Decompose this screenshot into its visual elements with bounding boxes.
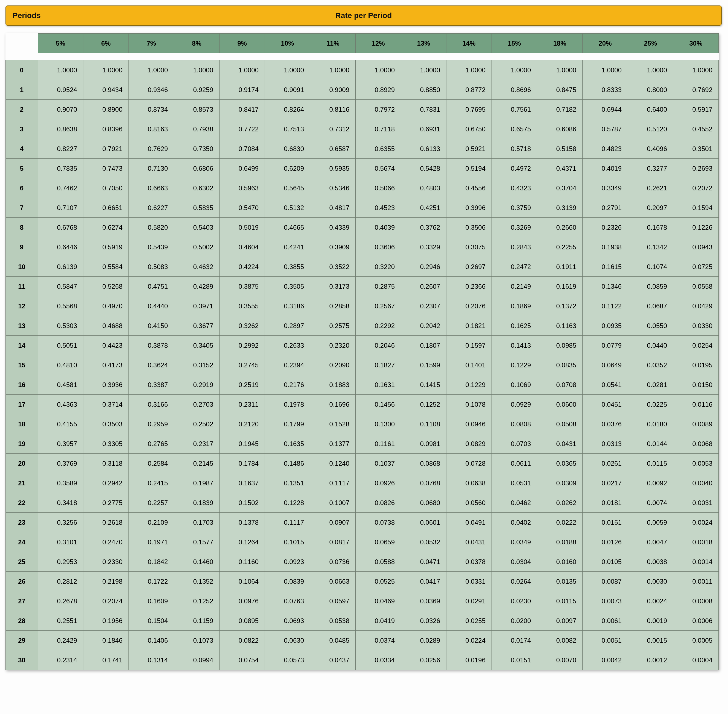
table-cell: 0.0703	[492, 434, 537, 454]
table-cell: 0.0309	[537, 473, 582, 493]
table-cell: 0.6139	[38, 257, 83, 277]
table-cell: 0.2618	[83, 513, 129, 532]
table-cell: 0.1069	[492, 375, 537, 395]
table-cell: 0.2791	[582, 198, 628, 218]
table-cell: 0.4371	[537, 159, 582, 178]
period-row-header: 0	[6, 60, 38, 80]
table-cell: 0.2317	[174, 434, 220, 454]
table-cell: 0.2415	[129, 473, 174, 493]
table-cell: 0.2109	[129, 513, 174, 532]
table-cell: 0.1696	[310, 395, 356, 414]
period-row-header: 24	[6, 532, 38, 552]
table-cell: 0.6227	[129, 198, 174, 218]
table-cell: 0.1821	[447, 316, 492, 336]
table-cell: 0.3936	[83, 375, 129, 395]
period-row-header: 8	[6, 218, 38, 237]
table-row: 140.50510.44230.38780.34050.29920.26330.…	[6, 336, 719, 356]
table-row: 100.61390.55840.50830.46320.42240.38550.…	[6, 257, 719, 277]
rate-column-header: 25%	[628, 34, 673, 53]
table-cell: 0.8850	[401, 80, 447, 100]
table-cell: 0.2812	[38, 572, 83, 591]
period-row-header: 4	[6, 139, 38, 159]
table-row: 90.64460.59190.54390.50020.46040.42410.3…	[6, 237, 719, 257]
table-cell: 0.0330	[673, 316, 719, 336]
table-cell: 0.3256	[38, 513, 83, 532]
table-cell: 0.6750	[447, 119, 492, 139]
table-cell: 0.0222	[537, 513, 582, 532]
table-cell: 0.7835	[38, 159, 83, 178]
table-cell: 0.0005	[673, 631, 719, 650]
table-cell: 0.2330	[83, 552, 129, 572]
period-row-header: 22	[6, 493, 38, 513]
table-cell: 0.4039	[356, 218, 401, 237]
table-cell: 0.1637	[220, 473, 265, 493]
period-row-header: 20	[6, 454, 38, 473]
table-cell: 0.0943	[673, 237, 719, 257]
table-cell: 0.3555	[220, 296, 265, 316]
table-cell: 0.4224	[220, 257, 265, 277]
table-cell: 0.3220	[356, 257, 401, 277]
table-cell: 0.1839	[174, 493, 220, 513]
table-row: 160.45810.39360.33870.29190.25190.21760.…	[6, 375, 719, 395]
table-cell: 0.0070	[537, 650, 582, 670]
table-cell: 0.7084	[220, 139, 265, 159]
table-cell: 0.3166	[129, 395, 174, 414]
table-cell: 0.1842	[129, 552, 174, 572]
table-cell: 0.1911	[537, 257, 582, 277]
period-row-header: 23	[6, 513, 38, 532]
table-cell: 0.0073	[582, 591, 628, 611]
table-cell: 0.0376	[582, 414, 628, 434]
table-cell: 0.0256	[401, 650, 447, 670]
table-cell: 0.6355	[356, 139, 401, 159]
table-cell: 0.0440	[628, 336, 673, 356]
table-cell: 0.0365	[537, 454, 582, 473]
table-cell: 0.0541	[582, 375, 628, 395]
table-cell: 1.0000	[447, 60, 492, 80]
table-cell: 0.0012	[628, 650, 673, 670]
table-cell: 0.1619	[537, 277, 582, 296]
table-cell: 0.3624	[129, 356, 174, 375]
rate-column-header: 15%	[492, 34, 537, 53]
table-cell: 0.1117	[265, 513, 310, 532]
table-cell: 0.1502	[220, 493, 265, 513]
table-row: 210.35890.29420.24150.19870.16370.13510.…	[6, 473, 719, 493]
table-cell: 0.3505	[265, 277, 310, 296]
table-cell: 0.3971	[174, 296, 220, 316]
table-cell: 0.1945	[220, 434, 265, 454]
table-cell: 0.5194	[447, 159, 492, 178]
table-cell: 0.8638	[38, 119, 83, 139]
table-cell: 1.0000	[174, 60, 220, 80]
table-cell: 0.1631	[356, 375, 401, 395]
table-cell: 0.0532	[401, 532, 447, 552]
table-cell: 0.7831	[401, 100, 447, 119]
table-cell: 0.0181	[582, 493, 628, 513]
table-cell: 0.9346	[129, 80, 174, 100]
table-cell: 0.1300	[356, 414, 401, 434]
table-cell: 0.1460	[174, 552, 220, 572]
period-row-header: 28	[6, 611, 38, 631]
table-row: 200.37690.31180.25840.21450.17840.14860.…	[6, 454, 719, 473]
table-cell: 0.2320	[310, 336, 356, 356]
table-cell: 0.0907	[310, 513, 356, 532]
table-cell: 0.7692	[673, 80, 719, 100]
table-cell: 0.0042	[582, 650, 628, 670]
table-cell: 0.3186	[265, 296, 310, 316]
table-cell: 0.3522	[310, 257, 356, 277]
table-cell: 0.6400	[628, 100, 673, 119]
table-cell: 0.5470	[220, 198, 265, 218]
table-cell: 0.7050	[83, 178, 129, 198]
table-cell: 0.5835	[174, 198, 220, 218]
table-cell: 0.3269	[492, 218, 537, 237]
table-cell: 0.6133	[401, 139, 447, 159]
table-cell: 0.2697	[447, 257, 492, 277]
table-cell: 0.0074	[628, 493, 673, 513]
table-cell: 0.4817	[310, 198, 356, 218]
table-cell: 0.6944	[582, 100, 628, 119]
table-cell: 0.6651	[83, 198, 129, 218]
table-cell: 0.1229	[447, 375, 492, 395]
table-cell: 0.3855	[265, 257, 310, 277]
period-row-header: 3	[6, 119, 38, 139]
table-cell: 0.5674	[356, 159, 401, 178]
table-cell: 0.0378	[447, 552, 492, 572]
table-cell: 0.1971	[129, 532, 174, 552]
